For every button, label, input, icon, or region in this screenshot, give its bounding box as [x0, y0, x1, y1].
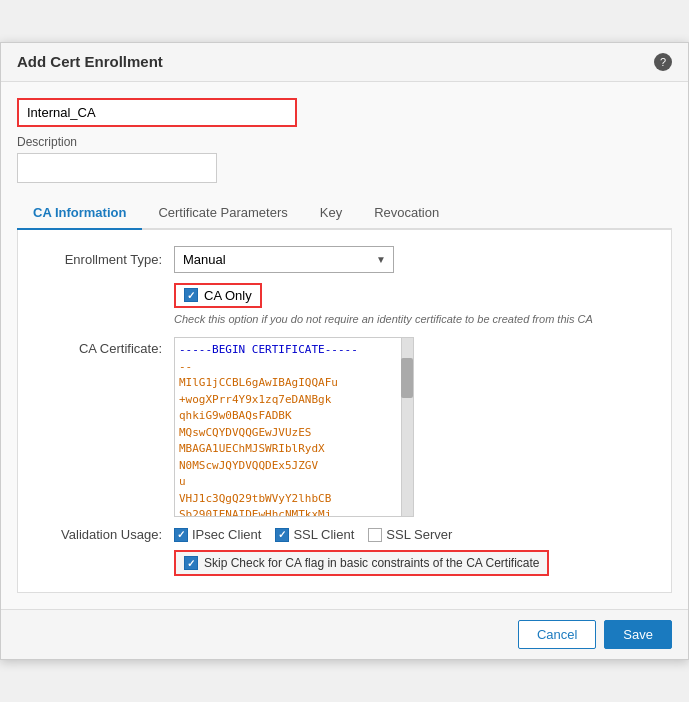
- validation-ipsec-client: IPsec Client: [174, 527, 261, 542]
- ca-certificate-area: -----BEGIN CERTIFICATE----- -- MIlG1jCCB…: [174, 337, 414, 517]
- enrollment-type-row: Enrollment Type: Manual SCEP EST ▼: [34, 246, 655, 273]
- ca-certificate-row: CA Certificate: -----BEGIN CERTIFICATE--…: [34, 337, 655, 517]
- cert-line-8: N0MScwJQYDVQQDEx5JZGV: [179, 459, 318, 472]
- ca-only-wrapper: CA Only: [174, 283, 262, 308]
- validation-ssl-client: SSL Client: [275, 527, 354, 542]
- cert-line-9: u: [179, 475, 186, 488]
- ipsec-client-label: IPsec Client: [192, 527, 261, 542]
- tab-certificate-parameters[interactable]: Certificate Parameters: [142, 197, 303, 230]
- cert-line-5: qhkiG9w0BAQsFADBK: [179, 409, 292, 422]
- cert-line-4: +wogXPrr4Y9x1zq7eDANBgk: [179, 393, 331, 406]
- cert-line-10: VHJ1c3QgQ29tbWVyY2lhbCB: [179, 492, 331, 505]
- validation-ssl-server: SSL Server: [368, 527, 452, 542]
- ca-only-hint: Check this option if you do not require …: [174, 312, 624, 327]
- skip-check-checkbox[interactable]: [184, 556, 198, 570]
- cert-line-6: MQswCQYDVQQGEwJVUzES: [179, 426, 311, 439]
- scrollbar-track: [401, 358, 413, 398]
- ipsec-client-checkbox[interactable]: [174, 528, 188, 542]
- description-label: Description: [17, 135, 672, 149]
- tab-key[interactable]: Key: [304, 197, 358, 230]
- description-input[interactable]: [17, 153, 217, 183]
- validation-usage-label: Validation Usage:: [34, 527, 174, 542]
- add-cert-enrollment-dialog: Add Cert Enrollment ? Description CA Inf…: [0, 42, 689, 660]
- ca-only-label: CA Only: [204, 288, 252, 303]
- ca-cert-scrollbar-outer: -----BEGIN CERTIFICATE----- -- MIlG1jCCB…: [174, 337, 414, 517]
- enrollment-type-select[interactable]: Manual SCEP EST: [174, 246, 394, 273]
- ca-only-row: CA Only: [174, 283, 655, 308]
- tabs: CA Information Certificate Parameters Ke…: [17, 197, 672, 230]
- ssl-client-checkbox[interactable]: [275, 528, 289, 542]
- name-field-wrapper: [17, 98, 672, 127]
- cert-begin: -----BEGIN CERTIFICATE-----: [179, 343, 358, 356]
- dialog-title: Add Cert Enrollment: [17, 53, 163, 70]
- tab-ca-information[interactable]: CA Information: [17, 197, 142, 230]
- dialog-footer: Cancel Save: [1, 609, 688, 659]
- skip-check-wrapper: Skip Check for CA flag in basic constrai…: [174, 550, 549, 576]
- cert-line-2: --: [179, 360, 192, 373]
- cert-line-3: MIlG1jCCBL6gAwIBAgIQQAFu: [179, 376, 338, 389]
- dialog-header: Add Cert Enrollment ?: [1, 43, 688, 82]
- ssl-server-checkbox[interactable]: [368, 528, 382, 542]
- ssl-client-label: SSL Client: [293, 527, 354, 542]
- ca-only-checkbox[interactable]: [184, 288, 198, 302]
- ca-certificate-label: CA Certificate:: [34, 337, 174, 356]
- ca-cert-content: -----BEGIN CERTIFICATE----- -- MIlG1jCCB…: [175, 338, 413, 517]
- skip-check-label: Skip Check for CA flag in basic constrai…: [204, 556, 539, 570]
- tab-content: Enrollment Type: Manual SCEP EST ▼ CA On…: [17, 230, 672, 593]
- save-button[interactable]: Save: [604, 620, 672, 649]
- validation-usage-row: Validation Usage: IPsec Client SSL Clien…: [34, 527, 655, 542]
- enrollment-type-select-wrapper: Manual SCEP EST ▼: [174, 246, 394, 273]
- help-icon[interactable]: ?: [654, 53, 672, 71]
- cancel-button[interactable]: Cancel: [518, 620, 596, 649]
- validation-items: IPsec Client SSL Client SSL Server: [174, 527, 452, 542]
- skip-check-row: Skip Check for CA flag in basic constrai…: [174, 550, 655, 576]
- cert-line-7: MBAGA1UEChMJSWRIblRydX: [179, 442, 325, 455]
- dialog-body: Description CA Information Certificate P…: [1, 82, 688, 609]
- scrollbar-thumb[interactable]: [401, 338, 413, 517]
- cert-line-11: Sb290IENAIDEwHhcNMTkxMj: [179, 508, 331, 517]
- tab-revocation[interactable]: Revocation: [358, 197, 455, 230]
- ssl-server-label: SSL Server: [386, 527, 452, 542]
- enrollment-type-label: Enrollment Type:: [34, 252, 174, 267]
- name-input[interactable]: [17, 98, 297, 127]
